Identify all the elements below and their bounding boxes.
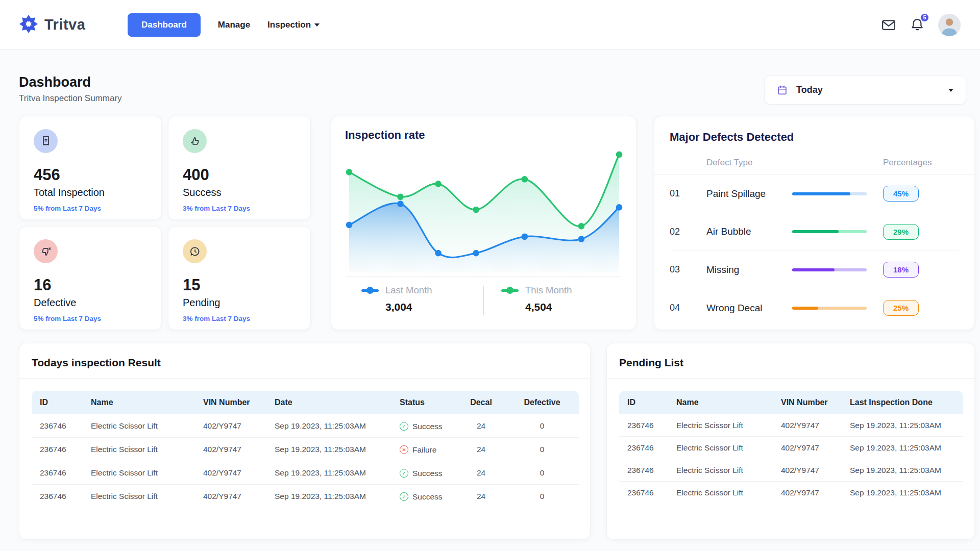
pending-table: IDNameVIN NumberLast Inspection Done 236… [619,391,963,504]
bell-icon[interactable]: 5 [910,17,925,33]
top-navbar: Tritva Dashboard Manage Inspection 5 [0,0,980,49]
defect-percentage-badge: 18% [883,262,919,278]
avatar[interactable] [938,14,961,36]
column-header: Decal [457,391,505,414]
status-badge: ✓Success [400,469,443,478]
cell-name: Electric Scissor Lift [83,438,195,461]
nav-manage-link[interactable]: Manage [218,20,250,30]
cell-name: Electric Scissor Lift [668,459,773,482]
cell-name: Electric Scissor Lift [83,461,195,485]
stat-card: 16 Defective 5% from Last 7 Days [19,226,162,330]
legend-total: 4,504 [525,301,606,313]
cell-status: ✓Success [391,485,457,508]
stat-value: 400 [183,166,296,184]
cell-id: 236746 [32,461,83,485]
percentages-header: Percentages [883,158,959,168]
cell-vin: 402/Y9747 [773,482,842,504]
cell-decal: 24 [457,485,505,508]
cell-id: 236746 [619,459,668,482]
status-badge: ✓Success [400,492,443,502]
cell-defective: 0 [505,485,579,508]
nav-inspection-label: Inspection [267,20,311,30]
stat-delta: 3% from Last 7 Days [183,315,296,322]
table-row: 236746Electric Scissor Lift402/Y9747Sep … [32,461,579,485]
check-circle-icon: ✓ [400,492,408,501]
mail-icon[interactable] [881,17,896,33]
table-row: 236746Electric Scissor Lift402/Y9747Sep … [32,485,579,508]
stat-delta: 3% from Last 7 Days [183,205,296,212]
defect-type-header: Defect Type [706,158,792,168]
defect-row: 04 Wrong Decal 25% [670,289,959,328]
stat-label: Total Inspection [34,187,147,198]
defect-index: 01 [670,188,706,199]
cell-id: 236746 [32,414,83,438]
page-subtitle: Tritva Inspection Summary [19,93,122,104]
defect-progress-bar [792,230,867,233]
stat-card: 15 Pending 3% from Last 7 Days [168,226,311,330]
table-row: 236746Electric Scissor Lift402/Y9747Sep … [32,438,579,461]
cell-vin: 402/Y9747 [195,438,266,461]
cell-id: 236746 [619,482,668,504]
nav-dashboard-button[interactable]: Dashboard [128,13,201,37]
cell-last-inspection: Sep 19.2023, 11:25:03AM [842,437,963,459]
cell-vin: 402/Y9747 [195,414,266,438]
column-header: Last Inspection Done [842,391,963,414]
table-row: 236746Electric Scissor Lift402/Y9747Sep … [619,414,963,437]
defects-column-headers: Defect Type Percentages [670,158,959,168]
cell-name: Electric Scissor Lift [668,482,773,504]
defect-name: Missing [706,264,792,276]
column-header: VIN Number [773,391,842,414]
legend-swatch-green [501,287,519,294]
defect-index: 03 [670,264,706,275]
panel-head: Pending List [607,343,974,379]
column-header: Name [83,391,195,414]
cell-date: Sep 19.2023, 11:25:03AM [266,438,391,461]
stat-delta: 5% from Last 7 Days [34,205,147,212]
cell-vin: 402/Y9747 [195,485,266,508]
panel-body: IDNameVIN NumberLast Inspection Done 236… [607,379,974,516]
cell-vin: 402/Y9747 [773,437,842,459]
column-header: Date [266,391,391,414]
cell-defective: 0 [505,414,579,438]
cell-date: Sep 19.2023, 11:25:03AM [266,485,391,508]
table-row: 236746Electric Scissor Lift402/Y9747Sep … [619,459,963,482]
check-circle-icon: ✓ [400,469,408,478]
inspection-rate-chart [345,144,623,276]
pending-list-panel: Pending List IDNameVIN NumberLast Inspec… [606,343,975,540]
column-header: VIN Number [195,391,266,414]
nav-inspection-link[interactable]: Inspection [267,20,320,30]
stat-cards: 456 Total Inspection 5% from Last 7 Days… [19,116,311,330]
stat-value: 16 [34,276,147,294]
legend-separator [483,286,484,315]
inspection-table: IDNameVIN NumberDateStatusDecalDefective… [32,391,579,508]
panel-body: IDNameVIN NumberDateStatusDecalDefective… [19,379,590,520]
date-filter-dropdown[interactable]: Today [764,76,966,105]
cell-name: Electric Scissor Lift [668,414,773,437]
status-badge: ✕Failure [400,445,436,455]
cell-date: Sep 19.2023, 11:25:03AM [266,461,391,485]
stat-delta: 5% from Last 7 Days [34,315,147,322]
cell-id: 236746 [619,437,668,459]
tritva-logo-icon [19,14,38,36]
cell-vin: 402/Y9747 [773,414,842,437]
legend-total: 3,004 [385,301,466,313]
table-header-row: IDNameVIN NumberDateStatusDecalDefective [32,391,579,414]
cell-decal: 24 [457,438,505,461]
legend-name: This Month [525,285,572,296]
notification-badge: 5 [920,13,929,22]
date-filter-label: Today [796,85,823,95]
defect-progress-bar [792,192,867,195]
legend-name: Last Month [385,285,432,296]
stat-card: 456 Total Inspection 5% from Last 7 Days [19,116,162,220]
cell-id: 236746 [619,414,668,437]
defects-rows: 01 Paint Spillage 45% 02 Air Bubble 29% … [670,175,959,327]
cell-vin: 402/Y9747 [195,461,266,485]
brand-name: Tritva [44,16,85,33]
cell-status: ✓Success [391,414,457,438]
inspection-rate-panel: Inspection rate Last Month 3,004 [331,116,636,330]
cell-date: Sep 19.2023, 11:25:03AM [266,414,391,438]
pending-table-title: Pending List [619,357,962,369]
page-title: Dashboard [19,74,91,90]
table-row: 236746Electric Scissor Lift402/Y9747Sep … [619,437,963,459]
defect-row: 02 Air Bubble 29% [670,213,959,252]
